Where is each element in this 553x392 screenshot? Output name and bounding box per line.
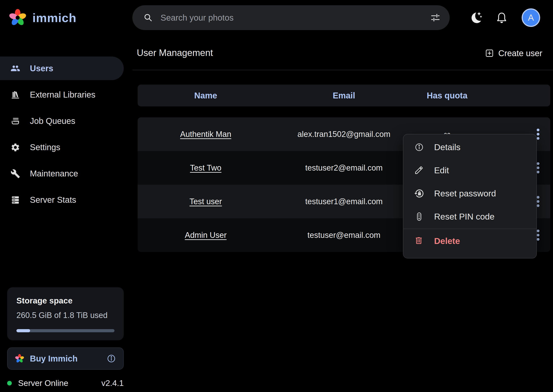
menu-item-label: Reset password — [434, 189, 496, 198]
kebab-menu-icon — [536, 128, 540, 140]
notifications-button[interactable] — [495, 11, 508, 24]
sidebar-item-job-queues[interactable]: Job Queues — [0, 108, 124, 134]
info-icon — [414, 142, 424, 152]
header-divider — [133, 70, 553, 70]
settings-gear-icon — [11, 143, 20, 152]
sidebar-item-label: External Libraries — [30, 90, 95, 99]
pin-pad-icon — [414, 212, 424, 221]
filter-sliders-icon — [430, 13, 440, 23]
column-header-name: Name — [138, 91, 274, 100]
user-email: testuser@email.com — [307, 231, 380, 239]
sidebar-item-label: Maintenance — [30, 169, 78, 178]
storage-progress-bar — [16, 329, 114, 332]
menu-divider — [403, 229, 536, 229]
table-header: Name Email Has quota — [138, 84, 550, 106]
sidebar-item-server-stats[interactable]: Server Stats — [0, 187, 124, 213]
kebab-menu-icon — [536, 195, 540, 208]
top-bar: immich — [0, 0, 553, 35]
create-user-button[interactable]: Create user — [485, 48, 542, 59]
external-libraries-icon — [11, 90, 20, 100]
user-name-link[interactable]: Test user — [189, 197, 222, 206]
lock-reset-icon — [414, 189, 424, 198]
moon-stars-icon — [470, 11, 483, 24]
server-online-dot — [7, 381, 12, 385]
maintenance-wrench-icon — [11, 169, 20, 179]
user-name-link[interactable]: Admin User — [185, 231, 227, 239]
column-header-email: Email — [274, 91, 414, 100]
user-email: testuser1@email.com — [305, 197, 383, 206]
buy-immich-label: Buy Immich — [30, 354, 78, 364]
sidebar-item-label: Users — [30, 64, 53, 73]
bell-icon — [496, 12, 508, 24]
users-icon — [11, 63, 20, 73]
kebab-menu-icon — [536, 229, 540, 241]
sidebar-item-label: Settings — [30, 143, 60, 152]
sidebar-item-label: Job Queues — [30, 116, 75, 126]
storage-title: Storage space — [16, 296, 114, 305]
admin-sidebar: Users External Libraries Job Queues — [0, 55, 124, 213]
row-actions-button[interactable] — [536, 195, 540, 208]
user-email: testuser2@email.com — [305, 163, 383, 172]
buy-immich-button[interactable]: Buy Immich — [7, 347, 124, 370]
create-user-plus-icon — [485, 49, 494, 58]
immich-logo[interactable]: immich — [8, 0, 76, 35]
storage-card: Storage space 260.5 GiB of 1.8 TiB used — [7, 287, 124, 340]
row-context-menu: Details Edit Reset password — [403, 134, 537, 259]
kebab-menu-icon — [536, 162, 540, 174]
menu-item-label: Details — [434, 142, 461, 152]
user-name-link[interactable]: Authentik Man — [180, 130, 231, 139]
sidebar-item-users[interactable]: Users — [0, 56, 124, 80]
column-header-has-quota: Has quota — [414, 91, 480, 100]
pencil-icon — [414, 166, 424, 175]
info-circle-icon[interactable] — [106, 354, 116, 364]
user-name-link[interactable]: Test Two — [190, 163, 221, 172]
menu-item-edit[interactable]: Edit — [403, 159, 536, 182]
server-status-label: Server Online — [18, 378, 68, 388]
menu-item-details[interactable]: Details — [403, 136, 536, 159]
row-actions-button[interactable] — [536, 229, 540, 241]
storage-usage-text: 260.5 GiB of 1.8 TiB used — [16, 311, 114, 320]
search-icon — [143, 13, 153, 22]
logo-wordmark: immich — [32, 11, 76, 25]
avatar-initial: A — [528, 13, 534, 23]
menu-item-reset-pin-code[interactable]: Reset PIN code — [403, 205, 536, 228]
menu-item-label: Delete — [434, 236, 460, 246]
server-version: v2.4.1 — [101, 378, 124, 388]
buy-immich-flower-icon — [15, 354, 24, 364]
search-input[interactable] — [161, 13, 430, 22]
search-bar[interactable] — [132, 5, 450, 30]
server-stats-icon — [11, 195, 20, 205]
immich-admin-app: immich — [0, 0, 553, 392]
row-actions-button[interactable] — [536, 162, 540, 174]
menu-item-label: Edit — [434, 166, 449, 175]
sidebar-item-external-libraries[interactable]: External Libraries — [0, 82, 124, 108]
avatar[interactable]: A — [522, 8, 540, 27]
immich-flower-icon — [8, 8, 27, 27]
user-email: alex.tran1502@gmail.com — [297, 130, 390, 139]
sidebar-item-label: Server Stats — [30, 195, 76, 205]
sidebar-item-maintenance[interactable]: Maintenance — [0, 161, 124, 187]
row-actions-button[interactable] — [536, 128, 540, 140]
storage-progress-fill — [16, 329, 30, 332]
menu-item-delete[interactable]: Delete — [403, 230, 536, 252]
sidebar-item-settings[interactable]: Settings — [0, 134, 124, 161]
dark-mode-toggle[interactable] — [469, 11, 483, 24]
page-title: User Management — [137, 48, 213, 58]
menu-item-reset-password[interactable]: Reset password — [403, 182, 536, 205]
server-status-row: Server Online v2.4.1 — [7, 375, 124, 392]
trash-icon — [414, 236, 424, 246]
job-queues-icon — [11, 116, 20, 126]
create-user-label: Create user — [498, 49, 542, 58]
search-filter-button[interactable] — [430, 13, 440, 23]
menu-item-label: Reset PIN code — [434, 212, 495, 222]
